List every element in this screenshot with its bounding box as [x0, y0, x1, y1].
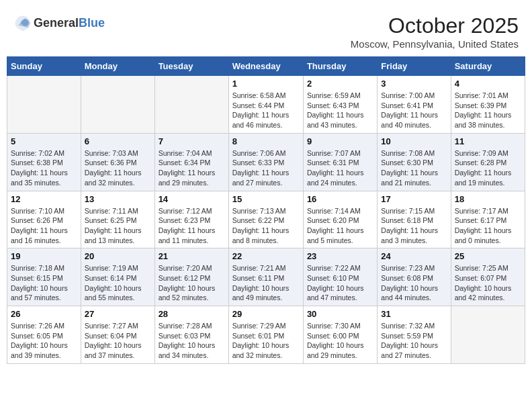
- day-info: Sunrise: 7:20 AM Sunset: 6:12 PM Dayligh…: [159, 263, 225, 303]
- calendar-cell: 10Sunrise: 7:08 AM Sunset: 6:30 PM Dayli…: [378, 133, 451, 191]
- day-info: Sunrise: 7:19 AM Sunset: 6:14 PM Dayligh…: [85, 263, 151, 303]
- page-header: GeneralBlue October 2025 Moscow, Pennsyl…: [7, 7, 525, 53]
- day-number: 29: [232, 309, 300, 319]
- weekday-header: Wednesday: [228, 57, 303, 76]
- calendar-cell: 20Sunrise: 7:19 AM Sunset: 6:14 PM Dayli…: [81, 248, 154, 306]
- calendar-cell: 30Sunrise: 7:30 AM Sunset: 6:00 PM Dayli…: [303, 306, 377, 364]
- day-info: Sunrise: 7:04 AM Sunset: 6:34 PM Dayligh…: [159, 148, 225, 188]
- day-info: Sunrise: 7:03 AM Sunset: 6:36 PM Dayligh…: [85, 148, 151, 188]
- calendar-week-row: 26Sunrise: 7:26 AM Sunset: 6:05 PM Dayli…: [7, 306, 525, 364]
- day-info: Sunrise: 7:30 AM Sunset: 6:00 PM Dayligh…: [307, 321, 373, 361]
- day-info: Sunrise: 7:12 AM Sunset: 6:23 PM Dayligh…: [159, 206, 225, 246]
- day-info: Sunrise: 7:32 AM Sunset: 5:59 PM Dayligh…: [381, 321, 447, 361]
- day-info: Sunrise: 7:21 AM Sunset: 6:11 PM Dayligh…: [232, 263, 300, 303]
- day-number: 3: [381, 79, 447, 89]
- day-info: Sunrise: 7:01 AM Sunset: 6:39 PM Dayligh…: [455, 91, 521, 130]
- calendar-cell: 27Sunrise: 7:27 AM Sunset: 6:04 PM Dayli…: [81, 306, 154, 364]
- calendar-cell: 28Sunrise: 7:28 AM Sunset: 6:03 PM Dayli…: [154, 306, 228, 364]
- calendar-cell: 5Sunrise: 7:02 AM Sunset: 6:38 PM Daylig…: [7, 133, 81, 191]
- calendar-cell: [154, 76, 228, 134]
- day-info: Sunrise: 7:29 AM Sunset: 6:01 PM Dayligh…: [232, 321, 300, 361]
- weekday-header: Tuesday: [154, 57, 228, 76]
- day-number: 1: [232, 79, 300, 89]
- day-info: Sunrise: 7:06 AM Sunset: 6:33 PM Dayligh…: [232, 148, 300, 188]
- day-number: 31: [381, 309, 447, 319]
- calendar-cell: 1Sunrise: 6:58 AM Sunset: 6:44 PM Daylig…: [228, 76, 303, 134]
- calendar-cell: 23Sunrise: 7:22 AM Sunset: 6:10 PM Dayli…: [303, 248, 377, 306]
- calendar-cell: 24Sunrise: 7:23 AM Sunset: 6:08 PM Dayli…: [378, 248, 451, 306]
- day-number: 22: [232, 251, 300, 261]
- day-number: 25: [455, 251, 521, 261]
- calendar-cell: 4Sunrise: 7:01 AM Sunset: 6:39 PM Daylig…: [451, 76, 525, 134]
- calendar-cell: 12Sunrise: 7:10 AM Sunset: 6:26 PM Dayli…: [7, 191, 81, 248]
- calendar-cell: 19Sunrise: 7:18 AM Sunset: 6:15 PM Dayli…: [7, 248, 81, 306]
- day-info: Sunrise: 7:28 AM Sunset: 6:03 PM Dayligh…: [159, 321, 225, 361]
- day-info: Sunrise: 6:58 AM Sunset: 6:44 PM Dayligh…: [232, 91, 300, 130]
- day-number: 15: [232, 194, 300, 204]
- calendar-cell: 2Sunrise: 6:59 AM Sunset: 6:43 PM Daylig…: [303, 76, 377, 134]
- day-number: 7: [159, 136, 225, 146]
- day-number: 18: [455, 194, 521, 204]
- day-info: Sunrise: 7:11 AM Sunset: 6:25 PM Dayligh…: [85, 206, 151, 246]
- day-number: 4: [455, 79, 521, 89]
- weekday-header: Friday: [378, 57, 451, 76]
- day-number: 26: [11, 309, 77, 319]
- calendar-cell: 8Sunrise: 7:06 AM Sunset: 6:33 PM Daylig…: [228, 133, 303, 191]
- calendar-cell: 7Sunrise: 7:04 AM Sunset: 6:34 PM Daylig…: [154, 133, 228, 191]
- calendar-cell: 6Sunrise: 7:03 AM Sunset: 6:36 PM Daylig…: [81, 133, 154, 191]
- day-number: 30: [307, 309, 373, 319]
- day-info: Sunrise: 7:10 AM Sunset: 6:26 PM Dayligh…: [11, 206, 77, 246]
- calendar-cell: 31Sunrise: 7:32 AM Sunset: 5:59 PM Dayli…: [378, 306, 451, 364]
- calendar-cell: 17Sunrise: 7:15 AM Sunset: 6:18 PM Dayli…: [378, 191, 451, 248]
- title-block: October 2025 Moscow, Pennsylvania, Unite…: [351, 13, 519, 50]
- day-info: Sunrise: 7:09 AM Sunset: 6:28 PM Dayligh…: [455, 148, 521, 188]
- day-info: Sunrise: 7:00 AM Sunset: 6:41 PM Dayligh…: [381, 91, 447, 130]
- day-number: 21: [159, 251, 225, 261]
- day-info: Sunrise: 7:25 AM Sunset: 6:07 PM Dayligh…: [455, 263, 521, 303]
- day-info: Sunrise: 7:02 AM Sunset: 6:38 PM Dayligh…: [11, 148, 77, 188]
- day-number: 8: [232, 136, 300, 146]
- calendar-cell: [81, 76, 154, 134]
- day-number: 12: [11, 194, 77, 204]
- calendar-cell: 22Sunrise: 7:21 AM Sunset: 6:11 PM Dayli…: [228, 248, 303, 306]
- day-info: Sunrise: 7:22 AM Sunset: 6:10 PM Dayligh…: [307, 263, 373, 303]
- day-number: 27: [85, 309, 151, 319]
- day-number: 24: [381, 251, 447, 261]
- day-info: Sunrise: 7:13 AM Sunset: 6:22 PM Dayligh…: [232, 206, 300, 246]
- weekday-header: Sunday: [7, 57, 81, 76]
- logo-icon: [13, 13, 32, 32]
- calendar-cell: 14Sunrise: 7:12 AM Sunset: 6:23 PM Dayli…: [154, 191, 228, 248]
- day-number: 14: [159, 194, 225, 204]
- calendar-header-row: SundayMondayTuesdayWednesdayThursdayFrid…: [7, 57, 525, 76]
- calendar-week-row: 5Sunrise: 7:02 AM Sunset: 6:38 PM Daylig…: [7, 133, 525, 191]
- location-title: Moscow, Pennsylvania, United States: [351, 38, 519, 50]
- calendar-week-row: 1Sunrise: 6:58 AM Sunset: 6:44 PM Daylig…: [7, 76, 525, 134]
- day-info: Sunrise: 7:27 AM Sunset: 6:04 PM Dayligh…: [85, 321, 151, 361]
- day-info: Sunrise: 7:23 AM Sunset: 6:08 PM Dayligh…: [381, 263, 447, 303]
- calendar-cell: 9Sunrise: 7:07 AM Sunset: 6:31 PM Daylig…: [303, 133, 377, 191]
- calendar-week-row: 12Sunrise: 7:10 AM Sunset: 6:26 PM Dayli…: [7, 191, 525, 248]
- day-number: 13: [85, 194, 151, 204]
- day-number: 19: [11, 251, 77, 261]
- day-number: 6: [85, 136, 151, 146]
- day-number: 5: [11, 136, 77, 146]
- calendar-cell: [7, 76, 81, 134]
- day-info: Sunrise: 7:17 AM Sunset: 6:17 PM Dayligh…: [455, 206, 521, 246]
- day-info: Sunrise: 7:26 AM Sunset: 6:05 PM Dayligh…: [11, 321, 77, 361]
- calendar-cell: 26Sunrise: 7:26 AM Sunset: 6:05 PM Dayli…: [7, 306, 81, 364]
- month-title: October 2025: [351, 13, 519, 38]
- calendar-table: SundayMondayTuesdayWednesdayThursdayFrid…: [7, 56, 525, 364]
- calendar-cell: [451, 306, 525, 364]
- logo-text-blue: Blue: [79, 16, 105, 30]
- day-number: 20: [85, 251, 151, 261]
- day-number: 23: [307, 251, 373, 261]
- calendar-cell: 25Sunrise: 7:25 AM Sunset: 6:07 PM Dayli…: [451, 248, 525, 306]
- calendar-cell: 21Sunrise: 7:20 AM Sunset: 6:12 PM Dayli…: [154, 248, 228, 306]
- day-info: Sunrise: 7:15 AM Sunset: 6:18 PM Dayligh…: [381, 206, 447, 246]
- calendar-cell: 3Sunrise: 7:00 AM Sunset: 6:41 PM Daylig…: [378, 76, 451, 134]
- calendar-cell: 15Sunrise: 7:13 AM Sunset: 6:22 PM Dayli…: [228, 191, 303, 248]
- weekday-header: Saturday: [451, 57, 525, 76]
- day-info: Sunrise: 7:18 AM Sunset: 6:15 PM Dayligh…: [11, 263, 77, 303]
- calendar-cell: 29Sunrise: 7:29 AM Sunset: 6:01 PM Dayli…: [228, 306, 303, 364]
- day-info: Sunrise: 6:59 AM Sunset: 6:43 PM Dayligh…: [307, 91, 373, 130]
